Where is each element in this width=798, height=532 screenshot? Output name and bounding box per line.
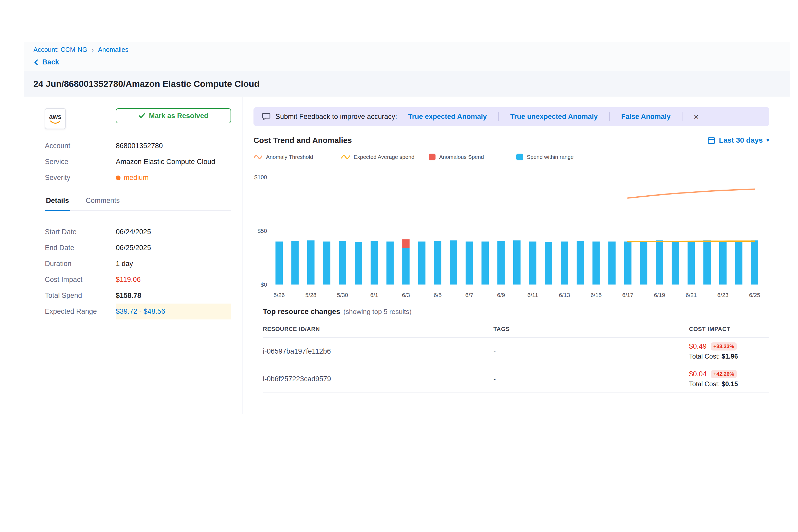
page-title: 24 Jun/868001352780/Amazon Elastic Compu…: [24, 71, 790, 97]
field-value: $119.06: [116, 276, 231, 284]
chart-bar[interactable]: [323, 242, 330, 285]
y-axis-label: $100: [254, 174, 267, 180]
chart-bar[interactable]: [656, 241, 663, 285]
date-range-label: Last 30 days: [719, 136, 763, 145]
chart-bar[interactable]: [450, 241, 457, 285]
details-list: Start Date06/24/2025End Date06/25/2025Du…: [45, 224, 231, 320]
x-axis-label: 6/9: [497, 292, 505, 298]
legend-item[interactable]: Expected Average spend: [341, 154, 429, 160]
expected-average-line: [628, 241, 755, 242]
legend-item[interactable]: Anomaly Threshold: [253, 154, 341, 160]
cost-impact-line: $0.49+33.33%: [689, 342, 769, 350]
legend-item[interactable]: Spend within range: [516, 154, 604, 160]
chart-bar[interactable]: [688, 242, 695, 285]
feedback-option-3[interactable]: False Anomaly: [621, 113, 671, 121]
breadcrumb-separator-icon: ›: [92, 46, 94, 53]
chart-bar[interactable]: [592, 242, 600, 285]
chart-bar-anomaly[interactable]: [402, 240, 410, 248]
chart-bar[interactable]: [276, 242, 283, 285]
x-axis-label: 5/28: [305, 292, 317, 298]
detail-row: End Date06/25/2025: [45, 240, 231, 256]
resolve-button-label: Mark as Resolved: [149, 112, 208, 120]
close-icon[interactable]: ×: [694, 112, 699, 121]
square-marker-icon: [429, 154, 436, 160]
check-icon: [138, 113, 145, 119]
legend-item[interactable]: Anomalous Spend: [429, 154, 516, 160]
column-header-cost-impact: COST IMPACT: [689, 326, 769, 332]
legend-label: Expected Average spend: [354, 154, 414, 160]
chart-bar[interactable]: [339, 241, 346, 285]
field-label: Expected Range: [45, 307, 116, 316]
chart-bar[interactable]: [576, 241, 584, 285]
chart-bar[interactable]: [672, 241, 679, 285]
aws-logo-text: aws: [49, 113, 61, 120]
summary-list: Account868001352780ServiceAmazon Elastic…: [45, 138, 231, 186]
chart-bar[interactable]: [466, 242, 473, 285]
chart-bar[interactable]: [434, 241, 441, 285]
chart-bar[interactable]: [355, 242, 362, 285]
chart-bar[interactable]: [418, 242, 425, 285]
feedback-divider: [609, 112, 610, 121]
line-marker-icon: [253, 154, 262, 160]
chart-bar[interactable]: [719, 241, 726, 285]
mark-as-resolved-button[interactable]: Mark as Resolved: [116, 108, 231, 124]
x-axis-label: 6/5: [434, 292, 442, 298]
square-marker-icon: [516, 154, 523, 160]
chart-bar[interactable]: [561, 242, 568, 285]
chevron-down-icon: ▾: [766, 137, 769, 144]
tab-comments[interactable]: Comments: [85, 192, 121, 210]
detail-tabs: DetailsComments: [45, 192, 231, 211]
breadcrumb: Account: CCM-NG › Anomalies: [33, 46, 781, 54]
detail-row: Cost Impact$119.06: [45, 272, 231, 288]
breadcrumb-account-link[interactable]: Account: CCM-NG: [33, 46, 87, 54]
feedback-option-1[interactable]: True expected Anomaly: [408, 113, 487, 121]
total-cost-value: $0.15: [722, 380, 738, 387]
chart-bar[interactable]: [545, 242, 552, 285]
x-axis-label: 5/26: [273, 292, 285, 298]
detail-row: Expected Range$39.72 - $48.56: [45, 304, 231, 320]
total-cost-label: Total Cost:: [689, 353, 722, 360]
summary-row: Severitymedium: [45, 170, 231, 186]
chart-bar[interactable]: [481, 242, 489, 285]
breadcrumb-anomalies-link[interactable]: Anomalies: [98, 46, 129, 54]
resources-heading: Top resource changes (showing top 5 resu…: [263, 307, 769, 316]
chart-bar[interactable]: [608, 242, 616, 285]
chart-bar[interactable]: [307, 241, 315, 285]
table-row: i-06597ba197fe112b6-$0.49+33.33%Total Co…: [263, 338, 769, 365]
y-axis-label: $0: [261, 281, 267, 288]
chart-bar[interactable]: [513, 241, 520, 285]
field-label: Start Date: [45, 228, 116, 236]
back-link[interactable]: Back: [33, 58, 781, 66]
total-cost-line: Total Cost: $0.15: [689, 380, 769, 388]
chart-bar[interactable]: [624, 242, 631, 285]
chart-bar[interactable]: [370, 241, 378, 285]
chart-bar[interactable]: [735, 242, 742, 285]
chart-bar[interactable]: [402, 248, 410, 285]
x-axis-label: 6/13: [559, 292, 570, 298]
total-cost-label: Total Cost:: [689, 380, 722, 387]
field-label: Cost Impact: [45, 276, 116, 284]
chart-bar[interactable]: [386, 242, 394, 285]
x-axis-label: 6/11: [527, 292, 538, 298]
chart-bar[interactable]: [751, 241, 758, 285]
date-range-selector[interactable]: Last 30 days ▾: [707, 136, 769, 145]
field-label: Duration: [45, 260, 116, 268]
chart-header: Cost Trend and Anomalies Last 30 days ▾: [253, 136, 769, 145]
x-axis-label: 6/1: [370, 292, 378, 298]
x-axis-label: 6/15: [590, 292, 602, 298]
chart-bar[interactable]: [291, 241, 299, 285]
chart-bar[interactable]: [497, 241, 505, 285]
chart-bar[interactable]: [703, 241, 711, 285]
cost-impact-value: $0.49: [689, 342, 707, 350]
chart-bar[interactable]: [529, 242, 536, 285]
resources-title: Top resource changes: [263, 307, 340, 316]
field-label: Service: [45, 158, 116, 166]
field-value: $39.72 - $48.56: [116, 304, 231, 320]
tab-details[interactable]: Details: [45, 192, 70, 211]
x-axis-label: 6/23: [717, 292, 729, 298]
field-label: Total Spend: [45, 291, 116, 300]
x-axis-label: 6/21: [686, 292, 697, 298]
chart-bar[interactable]: [640, 241, 647, 285]
legend-label: Anomaly Threshold: [266, 154, 313, 160]
feedback-option-2[interactable]: True unexpected Anomaly: [510, 113, 598, 121]
